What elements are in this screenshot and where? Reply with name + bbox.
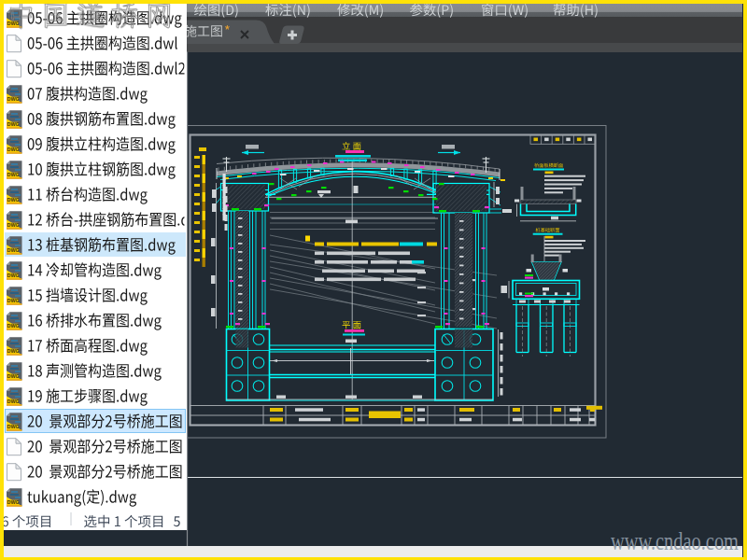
svg-text:DWG: DWG (7, 222, 20, 228)
svg-text:DWG: DWG (7, 273, 20, 278)
svg-text:DWG: DWG (7, 197, 20, 203)
svg-text:DWG: DWG (7, 247, 20, 253)
svg-text:DWG: DWG (7, 399, 20, 404)
svg-text:DWG: DWG (7, 424, 20, 429)
svg-text:DWG: DWG (7, 298, 20, 303)
svg-text:www.cndao.com: www.cndao.com (611, 527, 739, 555)
svg-text:DWG: DWG (7, 121, 20, 127)
svg-text:DWG: DWG (7, 323, 20, 329)
svg-text:DWG: DWG (7, 172, 20, 177)
svg-text:DWG: DWG (7, 21, 20, 26)
svg-text:DWG: DWG (7, 499, 20, 505)
svg-text:DWG: DWG (7, 348, 20, 354)
svg-text:DWG: DWG (7, 373, 20, 379)
svg-text:DWG: DWG (7, 147, 20, 152)
svg-text:DWG: DWG (7, 96, 20, 102)
